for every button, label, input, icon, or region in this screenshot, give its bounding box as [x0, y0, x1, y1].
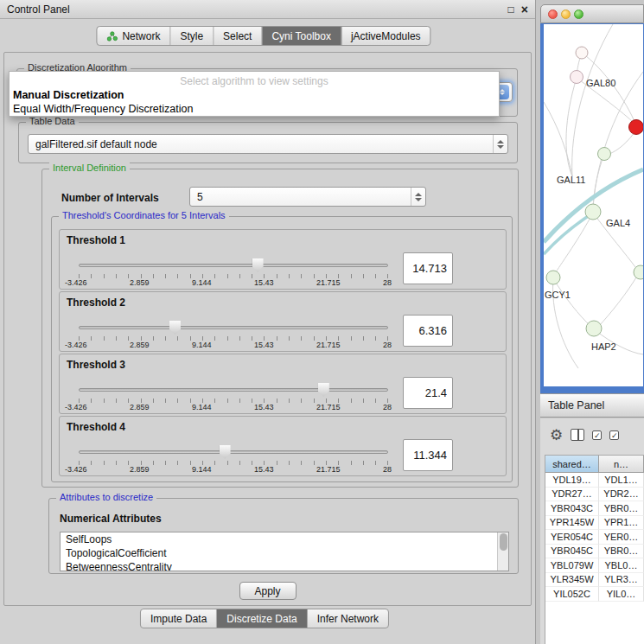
column-header-name[interactable]: n… [599, 456, 644, 473]
table-row[interactable]: YPR145W YPR1… [545, 516, 644, 531]
cell[interactable]: YLR345W [545, 573, 599, 588]
threshold-label: Threshold 1 [67, 234, 125, 246]
network-node[interactable] [598, 148, 611, 161]
table-row[interactable]: YDR27… YDR2… [545, 488, 644, 502]
threshold-1-slider[interactable] [79, 258, 388, 273]
network-node[interactable] [585, 204, 601, 220]
table-data-combo[interactable]: galFiltered.sif default node [28, 134, 508, 154]
unselect-columns-icon[interactable]: ✓ [609, 430, 619, 440]
group-title: Table Data [26, 116, 79, 126]
tab-impute-data[interactable]: Impute Data [141, 609, 217, 628]
threshold-label: Threshold 2 [67, 296, 125, 309]
number-of-intervals-label: Number of Intervals [61, 192, 159, 204]
network-node[interactable] [576, 47, 588, 59]
cell[interactable]: YBR045C [545, 545, 599, 559]
tab-cyni-toolbox[interactable]: Cyni Toolbox [262, 27, 341, 45]
cell[interactable]: YBR043C [545, 501, 599, 516]
scrollbar-thumb[interactable] [500, 533, 507, 551]
cell[interactable]: YDR27… [545, 488, 599, 502]
minimize-traffic-light-icon[interactable] [561, 10, 571, 19]
table-row[interactable]: YBL079W YBL0… [545, 558, 644, 573]
slider-thumb[interactable] [220, 445, 231, 459]
select-all-columns-icon[interactable]: ✓ [592, 430, 602, 440]
threshold-4-panel: Threshold 4 -3.426 2.859 9.144 15.43 21.… [59, 416, 507, 476]
cell[interactable]: YBL079W [545, 558, 599, 573]
table-row[interactable]: YBR043C YBR0… [545, 501, 644, 516]
gear-icon[interactable]: ⚙ [550, 428, 563, 443]
network-window-titlebar[interactable] [540, 4, 644, 23]
numerical-attributes-list[interactable]: SelfLoops TopologicalCoefficient Between… [60, 532, 509, 571]
table-row[interactable]: YBR045C YBR0… [545, 545, 644, 559]
tab-label: Network [122, 30, 160, 42]
threshold-1-value-field[interactable] [403, 252, 453, 284]
network-canvas[interactable]: GAL80 GAL11 GAL4 GCY1 HAP2 [544, 24, 643, 386]
list-scrollbar[interactable] [497, 532, 508, 571]
threshold-3-value-field[interactable] [403, 377, 453, 409]
threshold-3-slider[interactable] [79, 382, 388, 398]
table-header-row: shared… n… [545, 456, 644, 473]
cell[interactable]: YDR2… [599, 488, 644, 502]
table-panel-title: Table Panel [548, 399, 604, 411]
cell[interactable]: YPR1… [599, 516, 644, 531]
number-of-intervals-spinner[interactable]: 5 [189, 187, 426, 207]
columns-icon[interactable] [571, 429, 584, 441]
attributes-group: Attributes to discretize Numerical Attri… [48, 498, 519, 574]
tab-label: jActiveModules [351, 30, 421, 42]
tab-jactivemodules[interactable]: jActiveModules [341, 27, 430, 45]
close-traffic-light-icon[interactable] [548, 10, 558, 19]
network-node-selected[interactable] [629, 120, 644, 135]
slider-track[interactable] [79, 264, 388, 267]
cell[interactable]: YDL1… [599, 473, 644, 488]
interval-definition-group: Interval Definition Number of Intervals … [41, 169, 519, 488]
scale-tick-label: -3.426 [65, 341, 87, 349]
cell[interactable]: YBR0… [599, 501, 644, 516]
threshold-2-slider[interactable] [79, 320, 388, 335]
close-icon[interactable]: × [521, 3, 528, 16]
tab-select[interactable]: Select [214, 27, 262, 45]
network-node[interactable] [634, 265, 643, 279]
table-row[interactable]: YDL19… YDL1… [545, 473, 644, 488]
cell[interactable]: YLR3… [599, 573, 644, 588]
table-row[interactable]: YLR345W YLR3… [545, 573, 644, 588]
table-row[interactable]: YIL052C YIL0… [545, 587, 644, 602]
algorithm-dropdown-popup: Select algorithm to view settings Manual… [9, 71, 500, 117]
network-node[interactable] [571, 71, 583, 84]
network-node[interactable] [546, 271, 560, 284]
tab-infer-network[interactable]: Infer Network [308, 609, 388, 628]
list-item[interactable]: TopologicalCoefficient [61, 546, 508, 560]
cell[interactable]: YDL19… [545, 473, 599, 488]
dropdown-option-manual-discretization[interactable]: Manual Discretization [10, 88, 499, 102]
column-header-shared-name[interactable]: shared… [545, 456, 599, 473]
dropdown-option-equal-width-frequency[interactable]: Equal Width/Frequency Discretization [10, 102, 499, 116]
slider-thumb[interactable] [252, 258, 264, 272]
table-row[interactable]: YER054C YER0… [545, 530, 644, 545]
list-item[interactable]: BetweennessCentrality [61, 560, 508, 571]
cell[interactable]: YIL0… [599, 587, 644, 602]
cell[interactable]: YBL0… [599, 558, 644, 573]
combo-stepper-icon [493, 135, 507, 153]
tab-style[interactable]: Style [170, 27, 214, 45]
tab-discretize-data[interactable]: Discretize Data [217, 609, 307, 628]
threshold-2-value-field[interactable] [403, 315, 453, 347]
apply-button[interactable]: Apply [239, 582, 296, 600]
cell[interactable]: YIL052C [545, 587, 599, 602]
tab-network[interactable]: Network [97, 27, 170, 45]
slider-track[interactable] [79, 450, 388, 454]
tab-label: Impute Data [150, 613, 207, 625]
cell[interactable]: YER054C [545, 530, 599, 545]
slider-thumb[interactable] [318, 383, 329, 397]
cell[interactable]: YBR0… [599, 545, 644, 559]
float-window-icon[interactable]: □ [508, 4, 514, 15]
zoom-traffic-light-icon[interactable] [574, 10, 583, 19]
cell[interactable]: YPR145W [545, 516, 599, 531]
slider-thumb[interactable] [169, 321, 181, 335]
slider-track[interactable] [79, 326, 388, 329]
scale-tick-label: 15.43 [254, 341, 274, 349]
threshold-4-value-field[interactable] [403, 439, 453, 471]
network-node[interactable] [586, 321, 602, 336]
slider-track[interactable] [79, 388, 388, 392]
spinner-value: 5 [197, 191, 203, 203]
list-item[interactable]: SelfLoops [61, 532, 508, 546]
threshold-4-slider[interactable] [79, 444, 388, 460]
cell[interactable]: YER0… [599, 530, 644, 545]
